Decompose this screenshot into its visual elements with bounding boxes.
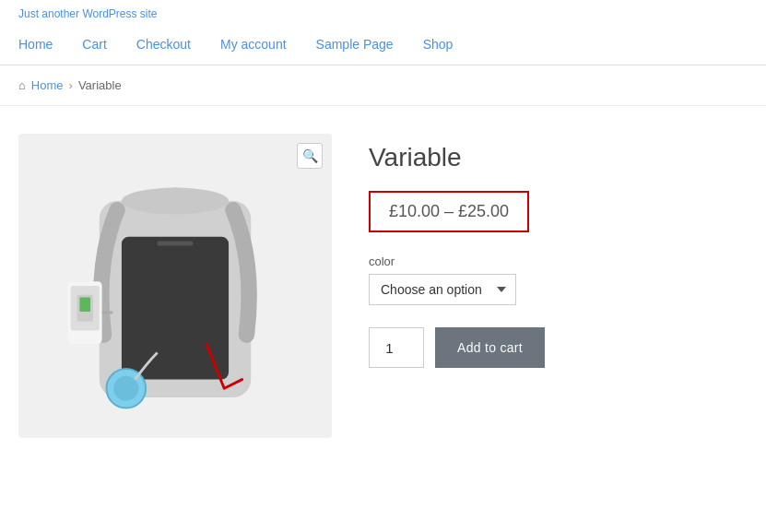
svg-rect-8 [158, 242, 194, 246]
svg-point-9 [122, 188, 229, 215]
nav-item-my-account[interactable]: My account [220, 37, 287, 52]
zoom-button[interactable]: 🔍 [297, 143, 323, 169]
product-details: Variable £10.00 – £25.00 color Choose an… [369, 134, 748, 368]
svg-point-7 [113, 376, 138, 401]
nav-item-cart[interactable]: Cart [82, 37, 106, 52]
site-tagline: Just another WordPress site [0, 0, 766, 24]
variation-section: color Choose an option [369, 254, 748, 324]
nav-item-shop[interactable]: Shop [423, 37, 454, 52]
product-image-wrap: 🔍 [18, 134, 332, 438]
variation-label: color [369, 254, 748, 268]
breadcrumb-home-link[interactable]: Home [31, 78, 64, 92]
breadcrumb-current: Variable [78, 78, 122, 92]
breadcrumb: ⌂ Home › Variable [0, 65, 766, 106]
price-range: £10.00 – £25.00 [369, 191, 529, 232]
backpack-svg [46, 148, 304, 424]
nav-item-home[interactable]: Home [18, 37, 53, 52]
breadcrumb-separator: › [69, 78, 73, 92]
product-title: Variable [369, 143, 748, 172]
product-layout: 🔍 Variable £10.00 – £25.00 color Choose … [0, 124, 766, 447]
add-to-cart-row: Add to cart [369, 327, 748, 368]
nav-item-sample-page[interactable]: Sample Page [316, 37, 394, 52]
main-nav: Home Cart Checkout My account Sample Pag… [0, 24, 766, 65]
quantity-input[interactable] [369, 327, 424, 368]
product-image [18, 134, 332, 438]
variation-select[interactable]: Choose an option [369, 274, 516, 305]
nav-item-checkout[interactable]: Checkout [136, 37, 191, 52]
svg-rect-5 [79, 298, 90, 312]
add-to-cart-button[interactable]: Add to cart [435, 327, 545, 368]
home-icon: ⌂ [18, 78, 26, 92]
